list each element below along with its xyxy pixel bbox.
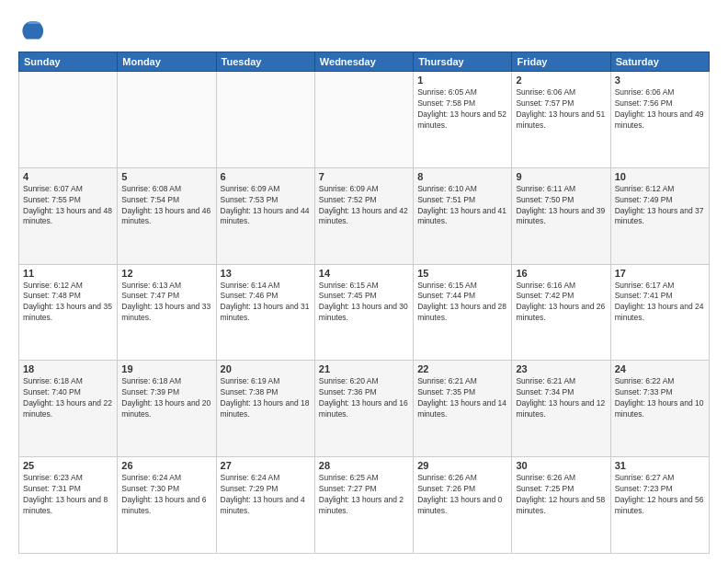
page-header: [18, 17, 710, 42]
day-info: Sunrise: 6:15 AM Sunset: 7:45 PM Dayligh…: [319, 281, 409, 325]
day-number: 27: [221, 460, 311, 471]
day-info: Sunrise: 6:13 AM Sunset: 7:47 PM Dayligh…: [121, 281, 211, 325]
day-info: Sunrise: 6:11 AM Sunset: 7:50 PM Dayligh…: [516, 184, 606, 228]
day-number: 20: [221, 363, 311, 374]
calendar-cell: 24 Sunrise: 6:22 AM Sunset: 7:33 PM Dayl…: [610, 361, 709, 457]
day-number: 25: [23, 460, 113, 471]
day-number: 23: [516, 363, 606, 374]
day-number: 3: [615, 75, 705, 86]
day-number: 5: [121, 171, 211, 182]
dow-header-thursday: Thursday: [414, 52, 512, 72]
day-number: 6: [221, 171, 311, 182]
calendar-cell: 15 Sunrise: 6:15 AM Sunset: 7:44 PM Dayl…: [414, 264, 512, 361]
day-number: 28: [319, 460, 409, 471]
day-info: Sunrise: 6:09 AM Sunset: 7:53 PM Dayligh…: [221, 184, 311, 228]
day-info: Sunrise: 6:07 AM Sunset: 7:55 PM Dayligh…: [23, 184, 113, 228]
day-info: Sunrise: 6:25 AM Sunset: 7:27 PM Dayligh…: [319, 473, 409, 517]
dow-header-monday: Monday: [118, 52, 216, 72]
calendar-cell: [118, 72, 216, 168]
day-number: 7: [319, 171, 409, 182]
day-info: Sunrise: 6:15 AM Sunset: 7:44 PM Dayligh…: [417, 281, 507, 325]
calendar-cell: 16 Sunrise: 6:16 AM Sunset: 7:42 PM Dayl…: [512, 264, 610, 361]
day-info: Sunrise: 6:27 AM Sunset: 7:23 PM Dayligh…: [615, 473, 705, 517]
calendar-cell: 3 Sunrise: 6:06 AM Sunset: 7:56 PM Dayli…: [610, 72, 709, 168]
calendar-cell: 30 Sunrise: 6:26 AM Sunset: 7:25 PM Dayl…: [512, 457, 610, 554]
day-number: 24: [615, 363, 705, 374]
dow-header-tuesday: Tuesday: [216, 52, 314, 72]
day-info: Sunrise: 6:14 AM Sunset: 7:46 PM Dayligh…: [221, 281, 311, 325]
calendar-cell: 20 Sunrise: 6:19 AM Sunset: 7:38 PM Dayl…: [216, 361, 314, 457]
calendar-cell: 28 Sunrise: 6:25 AM Sunset: 7:27 PM Dayl…: [314, 457, 413, 554]
day-number: 12: [121, 268, 211, 279]
day-info: Sunrise: 6:24 AM Sunset: 7:30 PM Dayligh…: [121, 473, 211, 517]
day-info: Sunrise: 6:19 AM Sunset: 7:38 PM Dayligh…: [221, 376, 311, 420]
day-info: Sunrise: 6:26 AM Sunset: 7:26 PM Dayligh…: [417, 473, 507, 517]
day-number: 1: [417, 75, 507, 86]
day-info: Sunrise: 6:05 AM Sunset: 7:58 PM Dayligh…: [417, 87, 507, 132]
calendar: SundayMondayTuesdayWednesdayThursdayFrid…: [18, 52, 710, 554]
day-info: Sunrise: 6:21 AM Sunset: 7:34 PM Dayligh…: [516, 376, 606, 420]
day-info: Sunrise: 6:06 AM Sunset: 7:56 PM Dayligh…: [615, 87, 705, 132]
calendar-cell: 19 Sunrise: 6:18 AM Sunset: 7:39 PM Dayl…: [118, 361, 216, 457]
day-info: Sunrise: 6:10 AM Sunset: 7:51 PM Dayligh…: [417, 184, 507, 228]
day-number: 10: [615, 171, 705, 182]
day-info: Sunrise: 6:18 AM Sunset: 7:39 PM Dayligh…: [121, 376, 211, 420]
day-info: Sunrise: 6:23 AM Sunset: 7:31 PM Dayligh…: [23, 473, 113, 517]
calendar-cell: [19, 72, 118, 168]
calendar-cell: 6 Sunrise: 6:09 AM Sunset: 7:53 PM Dayli…: [216, 167, 314, 264]
calendar-cell: 22 Sunrise: 6:21 AM Sunset: 7:35 PM Dayl…: [414, 361, 512, 457]
dow-header-friday: Friday: [512, 52, 610, 72]
calendar-cell: 9 Sunrise: 6:11 AM Sunset: 7:50 PM Dayli…: [512, 167, 610, 264]
day-number: 16: [516, 268, 606, 279]
day-number: 26: [121, 460, 211, 471]
day-number: 18: [23, 363, 113, 374]
day-info: Sunrise: 6:06 AM Sunset: 7:57 PM Dayligh…: [516, 87, 606, 132]
day-info: Sunrise: 6:12 AM Sunset: 7:49 PM Dayligh…: [615, 184, 705, 228]
calendar-cell: 18 Sunrise: 6:18 AM Sunset: 7:40 PM Dayl…: [19, 361, 118, 457]
day-info: Sunrise: 6:17 AM Sunset: 7:41 PM Dayligh…: [615, 281, 705, 325]
day-info: Sunrise: 6:21 AM Sunset: 7:35 PM Dayligh…: [417, 376, 507, 420]
day-info: Sunrise: 6:16 AM Sunset: 7:42 PM Dayligh…: [516, 281, 606, 325]
day-number: 2: [516, 75, 606, 86]
day-number: 22: [417, 363, 507, 374]
day-number: 14: [319, 268, 409, 279]
day-number: 21: [319, 363, 409, 374]
day-number: 19: [121, 363, 211, 374]
calendar-cell: 17 Sunrise: 6:17 AM Sunset: 7:41 PM Dayl…: [610, 264, 709, 361]
calendar-cell: 4 Sunrise: 6:07 AM Sunset: 7:55 PM Dayli…: [19, 167, 118, 264]
calendar-cell: 11 Sunrise: 6:12 AM Sunset: 7:48 PM Dayl…: [19, 264, 118, 361]
day-info: Sunrise: 6:26 AM Sunset: 7:25 PM Dayligh…: [516, 473, 606, 517]
calendar-cell: 8 Sunrise: 6:10 AM Sunset: 7:51 PM Dayli…: [414, 167, 512, 264]
day-number: 4: [23, 171, 113, 182]
day-info: Sunrise: 6:22 AM Sunset: 7:33 PM Dayligh…: [615, 376, 705, 420]
calendar-cell: 25 Sunrise: 6:23 AM Sunset: 7:31 PM Dayl…: [19, 457, 118, 554]
day-number: 30: [516, 460, 606, 471]
calendar-cell: [314, 72, 413, 168]
day-number: 15: [417, 268, 507, 279]
day-number: 31: [615, 460, 705, 471]
calendar-cell: [216, 72, 314, 168]
calendar-cell: 14 Sunrise: 6:15 AM Sunset: 7:45 PM Dayl…: [314, 264, 413, 361]
calendar-cell: 21 Sunrise: 6:20 AM Sunset: 7:36 PM Dayl…: [314, 361, 413, 457]
calendar-cell: 5 Sunrise: 6:08 AM Sunset: 7:54 PM Dayli…: [118, 167, 216, 264]
day-number: 11: [23, 268, 113, 279]
calendar-cell: 1 Sunrise: 6:05 AM Sunset: 7:58 PM Dayli…: [414, 72, 512, 168]
calendar-cell: 23 Sunrise: 6:21 AM Sunset: 7:34 PM Dayl…: [512, 361, 610, 457]
dow-header-sunday: Sunday: [19, 52, 118, 72]
calendar-cell: 27 Sunrise: 6:24 AM Sunset: 7:29 PM Dayl…: [216, 457, 314, 554]
day-info: Sunrise: 6:20 AM Sunset: 7:36 PM Dayligh…: [319, 376, 409, 420]
calendar-cell: 26 Sunrise: 6:24 AM Sunset: 7:30 PM Dayl…: [118, 457, 216, 554]
day-number: 9: [516, 171, 606, 182]
day-number: 29: [417, 460, 507, 471]
day-info: Sunrise: 6:12 AM Sunset: 7:48 PM Dayligh…: [23, 281, 113, 325]
day-number: 17: [615, 268, 705, 279]
day-info: Sunrise: 6:18 AM Sunset: 7:40 PM Dayligh…: [23, 376, 113, 420]
calendar-cell: 10 Sunrise: 6:12 AM Sunset: 7:49 PM Dayl…: [610, 167, 709, 264]
calendar-cell: 13 Sunrise: 6:14 AM Sunset: 7:46 PM Dayl…: [216, 264, 314, 361]
day-number: 8: [417, 171, 507, 182]
dow-header-wednesday: Wednesday: [314, 52, 413, 72]
day-info: Sunrise: 6:08 AM Sunset: 7:54 PM Dayligh…: [121, 184, 211, 228]
day-info: Sunrise: 6:24 AM Sunset: 7:29 PM Dayligh…: [221, 473, 311, 517]
calendar-cell: 12 Sunrise: 6:13 AM Sunset: 7:47 PM Dayl…: [118, 264, 216, 361]
dow-header-saturday: Saturday: [610, 52, 709, 72]
